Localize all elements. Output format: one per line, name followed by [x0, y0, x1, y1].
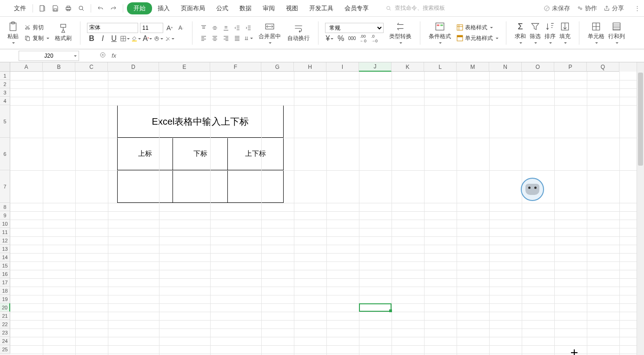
unsaved-status[interactable]: 未保存 — [544, 4, 570, 13]
decrease-decimal-icon[interactable]: .0→0 — [370, 34, 379, 43]
currency-icon[interactable]: ¥ — [325, 34, 334, 43]
col-header-O[interactable]: O — [522, 62, 554, 72]
fill-button[interactable]: 填充 — [558, 20, 572, 45]
font-name-combo[interactable] — [87, 23, 138, 33]
row-header-15[interactable]: 15 — [0, 261, 10, 270]
justify-icon[interactable] — [232, 33, 242, 43]
col-header-L[interactable]: L — [424, 62, 457, 72]
orientation-icon[interactable] — [244, 33, 253, 43]
select-all-corner[interactable] — [0, 62, 10, 72]
row-header-11[interactable]: 11 — [0, 228, 10, 236]
phonetic-icon[interactable] — [154, 34, 163, 43]
col-header-N[interactable]: N — [489, 62, 522, 72]
row-header-16[interactable]: 16 — [0, 270, 10, 278]
comma-icon[interactable]: 000 — [347, 34, 357, 43]
save-icon[interactable] — [50, 3, 61, 14]
font-size-combo[interactable] — [140, 23, 163, 33]
align-center-icon[interactable] — [210, 33, 219, 43]
fx-icon[interactable]: fx — [112, 52, 116, 59]
align-middle-icon[interactable] — [210, 23, 219, 33]
col-header-P[interactable]: P — [554, 62, 587, 72]
rowcol-button[interactable]: 行和列 — [606, 20, 627, 45]
ribbon-tab-3[interactable]: 公式 — [211, 1, 234, 15]
more-icon[interactable]: ⋮ — [634, 5, 640, 12]
increase-font-icon[interactable]: A+ — [165, 23, 174, 33]
decrease-font-icon[interactable]: A- — [176, 23, 186, 33]
file-menu[interactable]: 文件 — [11, 2, 29, 14]
row-header-5[interactable]: 5 — [0, 105, 10, 138]
formula-input[interactable] — [116, 51, 644, 61]
align-left-icon[interactable] — [199, 33, 208, 43]
row-header-14[interactable]: 14 — [0, 253, 10, 261]
preview-icon[interactable] — [76, 3, 87, 14]
ribbon-tab-5[interactable]: 审阅 — [257, 1, 280, 15]
align-right-icon[interactable] — [221, 33, 231, 43]
border-icon[interactable] — [120, 34, 130, 43]
col-header-D[interactable]: D — [108, 62, 159, 72]
ribbon-tab-4[interactable]: 数据 — [234, 1, 257, 15]
command-search[interactable]: 查找命令、搜索模板 — [385, 4, 445, 12]
copy-button[interactable]: 复制 — [23, 33, 50, 43]
row-header-18[interactable]: 18 — [0, 287, 10, 295]
wrap-text-button[interactable]: 自动换行 — [285, 22, 312, 43]
table-data-cell[interactable] — [228, 170, 283, 202]
cancel-formula-icon[interactable] — [100, 52, 106, 60]
ribbon-tab-1[interactable]: 插入 — [152, 1, 175, 15]
align-bottom-icon[interactable] — [221, 23, 231, 33]
row-headers[interactable]: 1234567891011121314151617181920212223242… — [0, 72, 10, 355]
row-header-21[interactable]: 21 — [0, 312, 10, 320]
ribbon-tab-6[interactable]: 视图 — [280, 1, 304, 15]
percent-icon[interactable]: % — [336, 34, 345, 43]
filter-button[interactable]: 筛选 — [528, 20, 543, 45]
row-header-19[interactable]: 19 — [0, 295, 10, 303]
col-header-F[interactable]: F — [210, 62, 261, 72]
col-header-I[interactable]: I — [326, 62, 359, 72]
row-header-1[interactable]: 1 — [0, 72, 10, 80]
cell-button[interactable]: 单元格 — [586, 20, 606, 45]
new-icon[interactable] — [37, 3, 48, 14]
spreadsheet-grid[interactable]: ABCDEFGHIJKLMNOPQ 1234567891011121314151… — [0, 62, 644, 355]
row-header-17[interactable]: 17 — [0, 278, 10, 287]
row-header-13[interactable]: 13 — [0, 245, 10, 253]
ribbon-tab-8[interactable]: 会员专享 — [339, 1, 374, 15]
ribbon-tab-2[interactable]: 页面布局 — [175, 1, 211, 15]
scrollbar-thumb[interactable] — [638, 73, 643, 166]
row-header-25[interactable]: 25 — [0, 345, 10, 354]
align-top-icon[interactable] — [199, 23, 208, 33]
cond-format-button[interactable]: 条件格式 — [427, 20, 453, 45]
table-data-cell[interactable] — [173, 170, 228, 202]
underline-icon[interactable]: U — [109, 34, 119, 43]
row-header-24[interactable]: 24 — [0, 337, 10, 345]
paste-button[interactable]: 粘贴 — [6, 20, 20, 45]
col-header-J[interactable]: J — [359, 62, 392, 72]
col-header-K[interactable]: K — [392, 62, 424, 72]
font-color-icon[interactable]: A — [143, 34, 152, 43]
sum-button[interactable]: Σ求和 — [513, 20, 528, 45]
increase-decimal-icon[interactable]: .00←0 — [359, 34, 368, 43]
col-header-M[interactable]: M — [457, 62, 489, 72]
table-style-button[interactable]: 表格样式 — [456, 23, 499, 33]
redo-icon[interactable] — [108, 3, 119, 14]
fill-color-icon[interactable] — [132, 34, 141, 43]
bold-icon[interactable]: B — [87, 34, 96, 43]
cell-style-button[interactable]: 单元格样式 — [456, 33, 499, 43]
row-header-22[interactable]: 22 — [0, 320, 10, 328]
row-header-12[interactable]: 12 — [0, 236, 10, 245]
print-icon[interactable] — [63, 3, 74, 14]
assistant-avatar[interactable] — [521, 178, 544, 201]
ribbon-tab-7[interactable]: 开发工具 — [304, 1, 339, 15]
col-header-A[interactable]: A — [10, 62, 43, 72]
table-data-cell[interactable] — [118, 170, 173, 202]
ribbon-tab-0[interactable]: 开始 — [127, 2, 152, 14]
number-format-combo[interactable]: 常规 — [325, 23, 384, 33]
column-headers[interactable]: ABCDEFGHIJKLMNOPQ — [10, 62, 637, 72]
row-header-20[interactable]: 20 — [0, 303, 10, 312]
name-box[interactable]: J20 — [19, 51, 79, 61]
italic-icon[interactable]: I — [98, 34, 107, 43]
row-header-4[interactable]: 4 — [0, 97, 10, 105]
col-header-H[interactable]: H — [294, 62, 326, 72]
share-button[interactable]: 分享 — [604, 4, 624, 13]
row-header-10[interactable]: 10 — [0, 220, 10, 228]
decrease-indent-icon[interactable] — [232, 23, 242, 33]
undo-icon[interactable] — [95, 3, 106, 14]
